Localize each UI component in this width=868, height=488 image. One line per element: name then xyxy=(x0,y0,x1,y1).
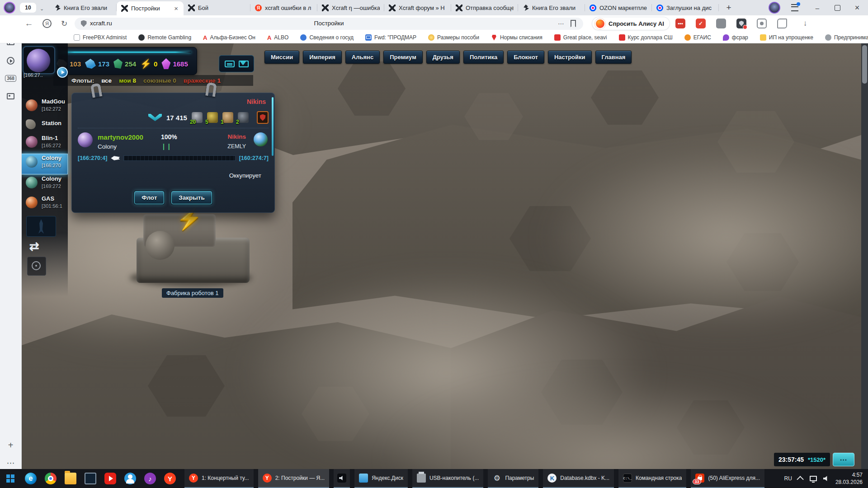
extension-shield-icon[interactable] xyxy=(736,19,746,28)
planet-icon[interactable] xyxy=(26,197,38,208)
mail-icon[interactable] xyxy=(239,61,249,67)
browser-tab[interactable]: Книга Его звали xyxy=(518,0,585,15)
target-owner[interactable]: Nikins xyxy=(227,133,246,140)
chevron-down-icon[interactable]: ⌄ xyxy=(40,6,44,10)
bookmark-item[interactable]: FreePBX Administ xyxy=(74,34,127,41)
menu-friends[interactable]: Друзья xyxy=(426,51,460,64)
profile-avatar[interactable] xyxy=(769,2,780,14)
factory-building[interactable]: ⚡ xyxy=(127,210,255,288)
tray-clock[interactable]: 4:57 28.03.2026 xyxy=(835,471,863,486)
taskbar-app-usb[interactable]: USB-накопитель (... xyxy=(412,469,483,488)
to-coords[interactable]: [160:274:7] xyxy=(239,155,269,161)
taskbar-app-yadisk[interactable]: Яндекс.Диск xyxy=(354,469,408,488)
taskbar-chrome[interactable] xyxy=(41,469,61,488)
planet-icon[interactable] xyxy=(26,136,38,148)
more-icon[interactable]: ⋯ xyxy=(0,458,21,468)
popup-scrollbar[interactable] xyxy=(272,97,274,156)
bookmark-item[interactable]: фсрар xyxy=(723,34,748,41)
bookmark-item[interactable]: Размеры пособи xyxy=(428,34,479,41)
fleet-button[interactable]: Флот xyxy=(134,191,164,204)
radar-button[interactable] xyxy=(27,257,46,276)
unit-icon[interactable]: 2 xyxy=(238,112,249,123)
planet-icon[interactable] xyxy=(26,156,38,168)
planet-icon[interactable] xyxy=(26,99,38,111)
menu-missions[interactable]: Миссии xyxy=(264,51,299,64)
tab-counter[interactable]: 10 xyxy=(20,3,36,13)
taskbar-app-keepass[interactable]: K Database.kdbx - K... xyxy=(543,469,614,488)
filter-enemy[interactable]: вражеские1 xyxy=(184,77,221,84)
browser-tab[interactable]: OZON маркетпле xyxy=(585,0,652,15)
menu-politics[interactable]: Политика xyxy=(463,51,504,64)
browser-tab[interactable]: Заглушки на дис xyxy=(652,0,719,15)
taskbar-app-concert[interactable]: Y 1: Концертный ту... xyxy=(184,469,254,488)
filter-allied[interactable]: союзные0 xyxy=(143,77,176,84)
filter-all[interactable]: все xyxy=(101,77,112,84)
browser-tab[interactable]: Я xcraft ошибки в л xyxy=(250,0,317,15)
yandex-services-button[interactable]: Я xyxy=(40,15,54,32)
address-bar[interactable]: xcraft.ru Постройки ⋯ xyxy=(75,18,583,30)
taskbar-app-postroyki[interactable]: Y 2: Постройки — Я... xyxy=(258,469,329,488)
scrollbar-thumb[interactable] xyxy=(862,45,867,84)
taskbar-explorer[interactable] xyxy=(61,469,80,488)
close-button[interactable]: Закрыть xyxy=(171,191,212,204)
taskbar-music[interactable]: ♪ xyxy=(140,469,160,488)
planet-icon[interactable] xyxy=(26,177,38,188)
collections-icon[interactable] xyxy=(777,19,787,28)
tab-group-avatar[interactable] xyxy=(4,2,15,14)
language-indicator[interactable]: RU xyxy=(784,475,792,482)
unit-icon[interactable]: 20 xyxy=(192,112,203,123)
chat-icon[interactable] xyxy=(225,61,235,67)
extensions-puzzle-icon[interactable] xyxy=(757,19,767,28)
from-coords[interactable]: [166:270:4] xyxy=(78,155,107,161)
plus-icon[interactable]: + xyxy=(0,440,21,450)
bookmark-item[interactable]: Great place, seavi xyxy=(554,34,607,41)
extension-adblock-icon[interactable]: ••• xyxy=(675,19,685,28)
menu-premium[interactable]: Премиум xyxy=(383,51,423,64)
taskbar-app-aliexpress[interactable]: 33 (50) AliExpress для... xyxy=(691,469,764,488)
taskbar-youtube[interactable] xyxy=(100,469,120,488)
back-button[interactable]: ← xyxy=(22,15,36,32)
bookmark-item[interactable]: Предпринимател xyxy=(825,34,868,41)
maximize-button[interactable] xyxy=(828,0,846,15)
close-icon[interactable]: × xyxy=(173,5,179,12)
taskbar-app-cmd[interactable]: C:\_ Командная строка xyxy=(618,469,686,488)
start-button[interactable] xyxy=(0,469,21,488)
unit-icon[interactable]: 5 xyxy=(207,112,218,123)
bookmark-item[interactable]: Fwd: "ПРОДМАР xyxy=(365,34,416,41)
downloads-button[interactable]: ↓ xyxy=(798,15,812,32)
menu-alliance[interactable]: Альянс xyxy=(345,51,380,64)
play-button[interactable] xyxy=(57,67,68,78)
bookmark-item[interactable]: AALBO xyxy=(267,34,288,41)
bookmark-flag-icon[interactable] xyxy=(569,15,578,32)
window-close-button[interactable]: × xyxy=(848,0,866,15)
volume-icon[interactable] xyxy=(823,476,829,482)
unit-icon[interactable]: 1 xyxy=(222,112,233,123)
browser-tab[interactable]: Xcraft форум » Н xyxy=(384,0,451,15)
play-icon[interactable] xyxy=(0,57,21,65)
home-planet-frame[interactable] xyxy=(23,46,55,74)
planet-name[interactable]: GAS xyxy=(42,195,54,202)
page-scrollbar[interactable] xyxy=(861,43,868,469)
alice-button[interactable]: Спросить Алису AI xyxy=(592,17,670,30)
bookmark-item[interactable]: Сведения о госуд xyxy=(300,34,354,41)
browser-menu-button[interactable] xyxy=(786,0,804,15)
browser-tab[interactable]: Отправка сообще xyxy=(451,0,518,15)
filter-mine[interactable]: мои8 xyxy=(119,77,136,84)
hud-more-button[interactable]: ⋯ xyxy=(833,453,854,466)
minimize-button[interactable]: – xyxy=(808,0,826,15)
taskbar-people[interactable] xyxy=(120,469,140,488)
bookmark-item[interactable]: ААльфа-Бизнес Он xyxy=(203,34,255,41)
planet-name[interactable]: Colony xyxy=(42,175,61,182)
network-icon[interactable] xyxy=(810,476,817,481)
menu-settings[interactable]: Настройки xyxy=(548,51,592,64)
gallery-icon[interactable] xyxy=(0,93,21,99)
shield-badge[interactable] xyxy=(257,111,269,124)
taskbar-app-settings[interactable]: ⚙ Параметры xyxy=(488,469,538,488)
taskbar-edge[interactable]: e xyxy=(21,469,41,488)
menu-empire[interactable]: Империя xyxy=(303,51,342,64)
target-planet-avatar[interactable] xyxy=(254,132,268,146)
browser-tab[interactable]: Бой xyxy=(184,0,250,15)
fleet-panel[interactable] xyxy=(26,216,56,237)
bookmark-item[interactable]: Remote Gambling xyxy=(138,34,191,41)
planet-name-selected[interactable]: Colony xyxy=(42,155,61,161)
